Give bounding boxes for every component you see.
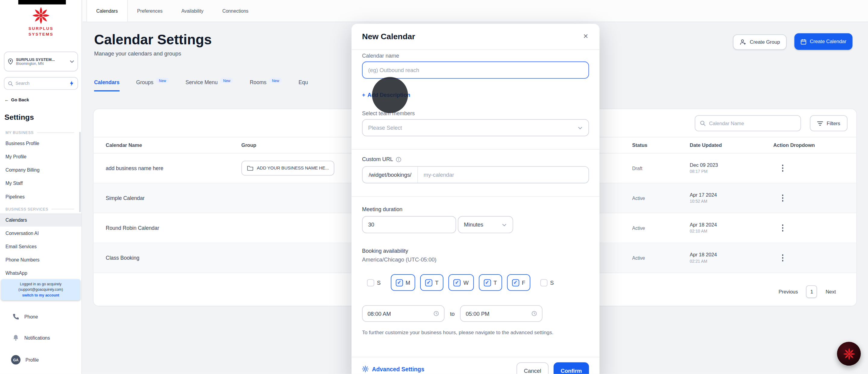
sidebar-item-notifications[interactable]: Notifications <box>0 334 82 341</box>
day-friday-checkbox[interactable]: ✓ F <box>507 274 530 291</box>
sidebar-item-email-services[interactable]: Email Services <box>0 240 82 253</box>
sidebar-item-company-billing[interactable]: Company Billing <box>0 164 82 177</box>
sidebar-item-my-staff[interactable]: My Staff <box>0 177 82 190</box>
time-updated: 02:21 AM <box>690 259 773 264</box>
divider <box>351 357 599 357</box>
start-time-input[interactable] <box>368 310 423 316</box>
filters-button[interactable]: Filters <box>810 115 847 131</box>
location-selector[interactable]: SURPLUS SYSTEM... Bloomington, MN <box>4 52 78 71</box>
sidebar-item-business-profile[interactable]: Business Profile <box>0 137 82 150</box>
starburst-logo-icon <box>842 347 856 361</box>
custom-url-input[interactable] <box>418 167 588 183</box>
advanced-settings-link[interactable]: Advanced Settings <box>362 366 424 372</box>
calendar-name-cell[interactable]: Simple Calendar <box>106 195 241 201</box>
end-time-picker[interactable] <box>460 305 543 322</box>
duration-value-input[interactable] <box>362 216 456 233</box>
switch-account-link[interactable]: switch to my account <box>3 292 79 298</box>
modal-title: New Calendar <box>362 32 415 41</box>
checkbox-checked-icon: ✓ <box>396 279 403 286</box>
sidebar-scrollbar[interactable] <box>79 132 81 212</box>
end-time-input[interactable] <box>466 310 521 316</box>
sidebar-item-whatsapp[interactable]: WhatsApp <box>0 266 82 280</box>
location-pin-icon <box>7 58 14 65</box>
cancel-button[interactable]: Cancel <box>517 362 549 374</box>
tab-service-menu[interactable]: Service Menu New <box>185 79 233 90</box>
app-viewport: SURPLUSSYSTEMS SURPLUS SYSTEM... Bloomin… <box>0 0 868 374</box>
quick-actions-bolt-icon[interactable] <box>69 80 74 86</box>
row-actions-menu[interactable] <box>779 224 786 231</box>
user-plus-icon <box>740 39 747 46</box>
create-calendar-label: Create Calendar <box>810 39 846 44</box>
sidebar-item-phone[interactable]: Phone <box>0 313 82 320</box>
sidebar-item-pipelines[interactable]: Pipelines <box>0 190 82 203</box>
top-tab-connections[interactable]: Connections <box>213 0 258 22</box>
tab-groups-label: Groups <box>136 79 153 85</box>
team-members-select[interactable]: Please Select <box>362 119 589 136</box>
sidebar-search <box>4 77 78 90</box>
day-sunday-checkbox[interactable]: ✓ S <box>362 274 385 291</box>
day-wednesday-checkbox[interactable]: ✓ W <box>448 274 473 291</box>
info-icon[interactable] <box>396 156 401 162</box>
day-saturday-checkbox[interactable]: ✓ S <box>535 274 559 291</box>
brand-logo: SURPLUSSYSTEMS <box>0 6 82 36</box>
clock-icon <box>433 311 439 316</box>
time-updated: 08:17 PM <box>690 169 773 174</box>
top-black-strip <box>19 0 66 4</box>
custom-url-label: Custom URL <box>362 156 401 162</box>
sidebar-item-conversation-ai[interactable]: Conversation AI <box>0 227 82 240</box>
location-name: SURPLUS SYSTEM... <box>16 58 67 61</box>
calendar-subtabs: Calendars Groups New Service Menu New Ro… <box>94 79 308 91</box>
top-tab-calendars[interactable]: Calendars <box>87 0 128 22</box>
sidebar-item-calendars[interactable]: Calendars <box>0 213 82 227</box>
calendar-name-cell[interactable]: Class Booking <box>106 255 241 261</box>
day-tuesday-checkbox[interactable]: ✓ T <box>420 274 443 291</box>
status-badge: Active <box>632 225 690 231</box>
url-prefix: /widget/bookings/ <box>363 167 418 183</box>
tab-groups[interactable]: Groups New <box>136 79 169 90</box>
new-badge: New <box>269 78 282 83</box>
calendar-name-input[interactable] <box>362 61 589 79</box>
clock-icon <box>532 311 537 316</box>
add-group-label: ADD YOUR BUSINESS NAME HE... <box>257 166 329 171</box>
confirm-button[interactable]: Confirm <box>554 362 589 374</box>
row-actions-menu[interactable] <box>779 195 786 201</box>
calendar-name-cell[interactable]: Round Robin Calendar <box>106 225 241 231</box>
tab-rooms-label: Rooms <box>250 79 267 85</box>
tab-calendars-label: Calendars <box>94 79 119 85</box>
add-group-button[interactable]: ADD YOUR BUSINESS NAME HE... <box>241 161 335 176</box>
custom-url-field: /widget/bookings/ <box>362 166 589 183</box>
pagination-previous[interactable]: Previous <box>778 289 798 294</box>
calendar-name-cell[interactable]: add business name here <box>106 165 241 171</box>
day-thursday-checkbox[interactable]: ✓ T <box>478 274 502 291</box>
day-monday-checkbox[interactable]: ✓ M <box>391 274 415 291</box>
close-icon[interactable]: × <box>580 30 592 42</box>
go-back-link[interactable]: ← Go Back <box>4 97 29 103</box>
calendar-name-search-input[interactable] <box>709 120 796 126</box>
chevron-down-icon <box>69 59 75 64</box>
sidebar-item-my-profile[interactable]: My Profile <box>0 150 82 164</box>
top-tab-availability[interactable]: Availability <box>172 0 213 22</box>
col-status: Status <box>632 142 690 148</box>
create-calendar-button[interactable]: Create Calendar <box>795 33 852 50</box>
checkbox-checked-icon: ✓ <box>453 279 461 286</box>
section-my-business: MY BUSINESS <box>0 127 82 137</box>
tab-calendars[interactable]: Calendars <box>94 79 119 91</box>
row-actions-menu[interactable] <box>779 255 786 261</box>
phone-label: Phone <box>24 314 38 319</box>
tab-equipments[interactable]: Equ <box>299 79 308 90</box>
chat-widget-button[interactable] <box>837 342 861 366</box>
top-tab-preferences[interactable]: Preferences <box>128 0 172 22</box>
create-group-label: Create Group <box>750 39 780 45</box>
pagination-next[interactable]: Next <box>826 289 836 294</box>
duration-unit-select[interactable]: Minutes <box>458 216 513 233</box>
start-time-picker[interactable] <box>362 305 444 322</box>
sidebar-search-input[interactable] <box>16 81 67 86</box>
tab-rooms[interactable]: Rooms New <box>250 79 282 90</box>
create-group-button[interactable]: Create Group <box>733 34 786 50</box>
table-search <box>695 115 801 131</box>
sidebar-item-phone-numbers[interactable]: Phone Numbers <box>0 253 82 266</box>
arrow-left-icon: ← <box>4 97 9 103</box>
sidebar-item-profile[interactable]: GA Profile <box>0 355 82 364</box>
pagination-page-1[interactable]: 1 <box>806 285 817 298</box>
row-actions-menu[interactable] <box>779 165 786 172</box>
